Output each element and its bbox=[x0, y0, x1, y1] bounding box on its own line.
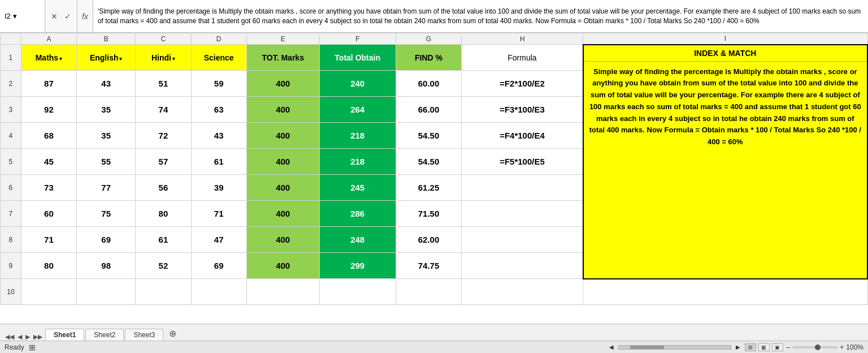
cell-b1[interactable]: English▾ bbox=[77, 45, 136, 71]
tab-nav-first[interactable]: ◀◀ bbox=[3, 333, 16, 341]
cell-h3[interactable]: =F3*100/E3 bbox=[462, 97, 583, 123]
cell-f8[interactable]: 248 bbox=[319, 227, 396, 253]
cell-b3[interactable]: 35 bbox=[77, 97, 136, 123]
confirm-formula-button[interactable]: ✓ bbox=[62, 11, 73, 22]
cell-h7[interactable] bbox=[462, 201, 583, 227]
cell-g8[interactable]: 62.00 bbox=[396, 227, 462, 253]
cell-h8[interactable] bbox=[462, 227, 583, 253]
cell-c2[interactable]: 51 bbox=[136, 71, 191, 97]
cell-c10[interactable] bbox=[136, 279, 191, 305]
horizontal-scrollbar-thumb[interactable] bbox=[630, 346, 664, 349]
cell-d4[interactable]: 43 bbox=[191, 123, 246, 149]
cell-g5[interactable]: 54.50 bbox=[396, 149, 462, 175]
cell-h5[interactable]: =F5*100/E5 bbox=[462, 149, 583, 175]
cell-h10[interactable] bbox=[462, 279, 583, 305]
cell-c1[interactable]: Hindi▾ bbox=[136, 45, 191, 71]
cell-g6[interactable]: 61.25 bbox=[396, 175, 462, 201]
cell-b4[interactable]: 35 bbox=[77, 123, 136, 149]
cell-g10[interactable] bbox=[396, 279, 462, 305]
cell-h1[interactable]: Formula bbox=[462, 45, 583, 71]
cell-d2[interactable]: 59 bbox=[191, 71, 246, 97]
cell-a6[interactable]: 73 bbox=[21, 175, 76, 201]
cell-d3[interactable]: 63 bbox=[191, 97, 246, 123]
cell-f3[interactable]: 264 bbox=[319, 97, 396, 123]
page-break-view-button[interactable]: ▣ bbox=[772, 343, 783, 351]
cell-g7[interactable]: 71.50 bbox=[396, 201, 462, 227]
cell-a9[interactable]: 80 bbox=[21, 253, 76, 279]
scroll-right-arrow[interactable]: ▶ bbox=[735, 344, 741, 350]
cell-e1[interactable]: TOT. Marks bbox=[246, 45, 319, 71]
col-header-e[interactable]: E bbox=[246, 33, 319, 45]
cell-a2[interactable]: 87 bbox=[21, 71, 76, 97]
col-header-h[interactable]: H bbox=[462, 33, 583, 45]
cell-a8[interactable]: 71 bbox=[21, 227, 76, 253]
cell-b10[interactable] bbox=[77, 279, 136, 305]
page-layout-button[interactable]: ▦ bbox=[758, 343, 770, 351]
col-header-d[interactable]: D bbox=[191, 33, 246, 45]
cell-h6[interactable] bbox=[462, 175, 583, 201]
cell-e4[interactable]: 400 bbox=[246, 123, 319, 149]
tab-nav-next[interactable]: ▶ bbox=[24, 333, 32, 341]
cell-reference-box[interactable]: I2 ▾ bbox=[0, 0, 45, 32]
cell-e5[interactable]: 400 bbox=[246, 149, 319, 175]
scroll-left-arrow[interactable]: ◀ bbox=[608, 344, 615, 350]
cell-e6[interactable]: 400 bbox=[246, 175, 319, 201]
cell-d1[interactable]: Science bbox=[191, 45, 246, 71]
cell-c9[interactable]: 52 bbox=[136, 253, 191, 279]
cell-b7[interactable]: 75 bbox=[77, 201, 136, 227]
cell-h4[interactable]: =F4*100/E4 bbox=[462, 123, 583, 149]
cell-e8[interactable]: 400 bbox=[246, 227, 319, 253]
dropdown-arrow-b1[interactable]: ▾ bbox=[119, 56, 122, 62]
cell-f4[interactable]: 218 bbox=[319, 123, 396, 149]
cell-d7[interactable]: 71 bbox=[191, 201, 246, 227]
zoom-slider-thumb[interactable] bbox=[815, 345, 821, 350]
scroll-arrows-right[interactable]: ▶ bbox=[735, 344, 741, 350]
cell-c7[interactable]: 80 bbox=[136, 201, 191, 227]
cell-c4[interactable]: 72 bbox=[136, 123, 191, 149]
cell-a1[interactable]: Maths▾ bbox=[21, 45, 76, 71]
cell-a5[interactable]: 45 bbox=[21, 149, 76, 175]
cell-e10[interactable] bbox=[246, 279, 319, 305]
cell-b2[interactable]: 43 bbox=[77, 71, 136, 97]
cell-i1[interactable]: INDEX & MATCHSimple way of finding the p… bbox=[583, 45, 867, 279]
cell-d6[interactable]: 39 bbox=[191, 175, 246, 201]
add-sheet-button[interactable]: ⊕ bbox=[164, 326, 181, 341]
cell-a4[interactable]: 68 bbox=[21, 123, 76, 149]
cell-b5[interactable]: 55 bbox=[77, 149, 136, 175]
cell-ref-dropdown-arrow[interactable]: ▾ bbox=[13, 12, 17, 20]
tab-sheet2[interactable]: Sheet2 bbox=[85, 329, 124, 341]
cell-g4[interactable]: 54.50 bbox=[396, 123, 462, 149]
tab-nav-last[interactable]: ▶▶ bbox=[32, 333, 44, 341]
cancel-formula-button[interactable]: ✕ bbox=[49, 11, 60, 22]
horizontal-scrollbar-track[interactable] bbox=[618, 345, 731, 350]
cell-f5[interactable]: 218 bbox=[319, 149, 396, 175]
cell-f6[interactable]: 245 bbox=[319, 175, 396, 201]
col-header-i[interactable]: I bbox=[583, 33, 867, 45]
cell-e7[interactable]: 400 bbox=[246, 201, 319, 227]
cell-e3[interactable]: 400 bbox=[246, 97, 319, 123]
cell-g1[interactable]: FIND % bbox=[396, 45, 462, 71]
col-header-a[interactable]: A bbox=[21, 33, 76, 45]
cell-a3[interactable]: 92 bbox=[21, 97, 76, 123]
cell-d10[interactable] bbox=[191, 279, 246, 305]
cell-f9[interactable]: 299 bbox=[319, 253, 396, 279]
cell-h9[interactable] bbox=[462, 253, 583, 279]
cell-c8[interactable]: 61 bbox=[136, 227, 191, 253]
cell-b9[interactable]: 98 bbox=[77, 253, 136, 279]
cell-e2[interactable]: 400 bbox=[246, 71, 319, 97]
col-header-b[interactable]: B bbox=[77, 33, 136, 45]
cell-b8[interactable]: 69 bbox=[77, 227, 136, 253]
col-header-c[interactable]: C bbox=[136, 33, 191, 45]
zoom-slider[interactable] bbox=[792, 346, 837, 348]
normal-view-button[interactable]: ⊞ bbox=[745, 343, 756, 351]
cell-i10[interactable] bbox=[583, 279, 867, 305]
cell-d9[interactable]: 69 bbox=[191, 253, 246, 279]
dropdown-arrow-a1[interactable]: ▾ bbox=[59, 56, 62, 62]
tab-sheet1[interactable]: Sheet1 bbox=[45, 329, 84, 341]
cell-c3[interactable]: 74 bbox=[136, 97, 191, 123]
dropdown-arrow-c1[interactable]: ▾ bbox=[172, 56, 175, 62]
formula-content[interactable]: 'Simple way of finding the percentage is… bbox=[93, 0, 868, 32]
cell-a7[interactable]: 60 bbox=[21, 201, 76, 227]
cell-h2[interactable]: =F2*100/E2 bbox=[462, 71, 583, 97]
tab-nav-prev[interactable]: ◀ bbox=[16, 333, 24, 341]
